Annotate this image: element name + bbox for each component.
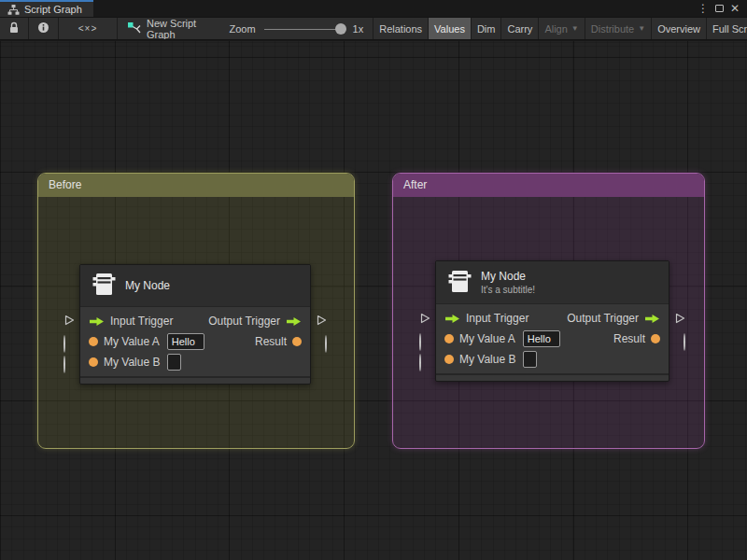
value-a-port[interactable] (419, 334, 421, 351)
zoom-control: Zoom 1x (229, 23, 363, 35)
align-dropdown[interactable]: Align ▼ (539, 18, 585, 39)
graph-icon (127, 21, 141, 36)
value-in-icon[interactable] (89, 357, 98, 367)
value-a-row: My Value A Result (436, 329, 669, 349)
node-after-body: Input Trigger Output Trigger My Value A … (436, 304, 669, 373)
group-before-label: Before (49, 178, 81, 191)
value-b-row: My Value B (436, 349, 669, 370)
node-before-header: My Node (80, 265, 310, 307)
node-after[interactable]: My Node It's a subtitle! Input Trigger O… (435, 260, 669, 382)
trigger-row: Input Trigger Output Trigger (80, 311, 310, 331)
value-a-label: My Value A (459, 332, 515, 345)
lock-button[interactable] (0, 18, 29, 39)
result-label: Result (255, 335, 287, 348)
output-trigger-label: Output Trigger (208, 315, 280, 328)
trigger-out-port[interactable] (674, 313, 685, 324)
close-icon[interactable]: ✕ (730, 0, 740, 17)
trigger-in-icon[interactable] (89, 316, 105, 327)
graph-canvas[interactable]: Before After My Node Input Trigger (0, 41, 747, 560)
chevron-down-icon: ▼ (571, 24, 579, 33)
script-graph-window: Script Graph ⋮ ✕ <×> New Script Graph Zo… (0, 0, 747, 560)
toolbar-main-segment: New Script Graph Zoom 1x (118, 18, 374, 39)
trigger-in-port[interactable] (419, 313, 430, 324)
unit-icon (90, 270, 118, 301)
distribute-label: Distribute (591, 23, 634, 35)
zoom-slider-track (264, 29, 339, 30)
node-after-wrapper: My Node It's a subtitle! Input Trigger O… (435, 260, 669, 382)
graph-breadcrumb[interactable]: New Script Graph (147, 18, 223, 40)
zoom-label: Zoom (229, 23, 255, 35)
value-in-icon[interactable] (444, 355, 454, 364)
node-before[interactable]: My Node Input Trigger Output Trigger My … (79, 264, 311, 385)
value-a-input[interactable] (167, 333, 204, 350)
value-b-port[interactable] (419, 355, 421, 371)
value-b-row: My Value B (80, 352, 310, 372)
value-a-port[interactable] (63, 336, 65, 353)
tab-script-graph[interactable]: Script Graph (0, 0, 93, 17)
value-a-input[interactable] (523, 330, 560, 347)
trigger-row: Input Trigger Output Trigger (436, 308, 669, 329)
zoom-slider[interactable] (264, 23, 345, 35)
inspect-button[interactable] (29, 18, 59, 39)
maximize-icon[interactable] (715, 5, 724, 12)
carry-label: Carry (507, 23, 532, 35)
input-trigger-label: Input Trigger (110, 315, 173, 328)
window-controls: ⋮ ✕ (698, 0, 747, 17)
relations-button[interactable]: Relations (374, 18, 429, 39)
trigger-in-port[interactable] (63, 315, 75, 326)
value-a-label: My Value A (104, 335, 160, 348)
zoom-slider-handle[interactable] (335, 23, 346, 35)
trigger-in-icon[interactable] (444, 314, 460, 324)
hierarchy-icon (7, 4, 20, 16)
zoom-value: 1x (353, 23, 364, 35)
distribute-dropdown[interactable]: Distribute ▼ (585, 18, 652, 39)
carry-button[interactable]: Carry (501, 18, 539, 39)
node-title: My Node (125, 279, 170, 292)
lock-icon (8, 21, 20, 35)
code-preview-button[interactable]: <×> (59, 18, 118, 39)
trigger-out-icon[interactable] (644, 314, 660, 324)
value-in-icon[interactable] (89, 337, 98, 346)
value-b-label: My Value B (459, 353, 515, 366)
kebab-menu-icon[interactable]: ⋮ (698, 0, 709, 17)
dim-label: Dim (477, 23, 496, 35)
chevron-down-icon: ▼ (638, 24, 645, 33)
output-trigger-label: Output Trigger (567, 312, 639, 325)
value-b-input[interactable] (167, 354, 181, 371)
trigger-out-icon[interactable] (286, 316, 302, 327)
values-button[interactable]: Values (429, 18, 472, 39)
node-subtitle: It's a subtitle! (481, 285, 535, 295)
overview-button[interactable]: Overview (652, 18, 707, 39)
result-port[interactable] (684, 334, 685, 351)
trigger-out-port[interactable] (316, 315, 327, 326)
code-icon: <×> (78, 23, 98, 34)
group-after-label: After (403, 178, 427, 191)
unit-icon (445, 267, 473, 299)
value-a-row: My Value A Result (80, 331, 310, 352)
group-after-header[interactable]: After (393, 174, 704, 197)
node-before-footer (80, 376, 310, 384)
value-b-input[interactable] (523, 351, 537, 368)
full-screen-label: Full Screen (712, 23, 747, 35)
value-b-port[interactable] (63, 357, 65, 373)
dim-button[interactable]: Dim (472, 18, 502, 39)
overview-label: Overview (657, 23, 700, 35)
node-before-body: Input Trigger Output Trigger My Value A … (80, 307, 310, 376)
node-before-wrapper: My Node Input Trigger Output Trigger My … (79, 264, 311, 385)
result-label: Result (613, 332, 645, 345)
value-out-icon[interactable] (292, 337, 302, 346)
group-before-header[interactable]: Before (38, 174, 354, 197)
graph-toolbar: <×> New Script Graph Zoom 1x Relations V… (0, 17, 747, 40)
tab-label: Script Graph (24, 4, 82, 15)
node-title: My Node (481, 270, 535, 283)
tab-bar: Script Graph ⋮ ✕ (0, 0, 747, 17)
info-icon (37, 21, 49, 35)
value-b-label: My Value B (104, 356, 160, 369)
value-out-icon[interactable] (651, 334, 660, 343)
node-after-footer (436, 373, 669, 381)
relations-label: Relations (379, 23, 422, 35)
full-screen-button[interactable]: Full Screen (707, 18, 747, 39)
node-after-header: My Node It's a subtitle! (436, 261, 669, 304)
result-port[interactable] (325, 336, 327, 353)
value-in-icon[interactable] (444, 334, 454, 343)
